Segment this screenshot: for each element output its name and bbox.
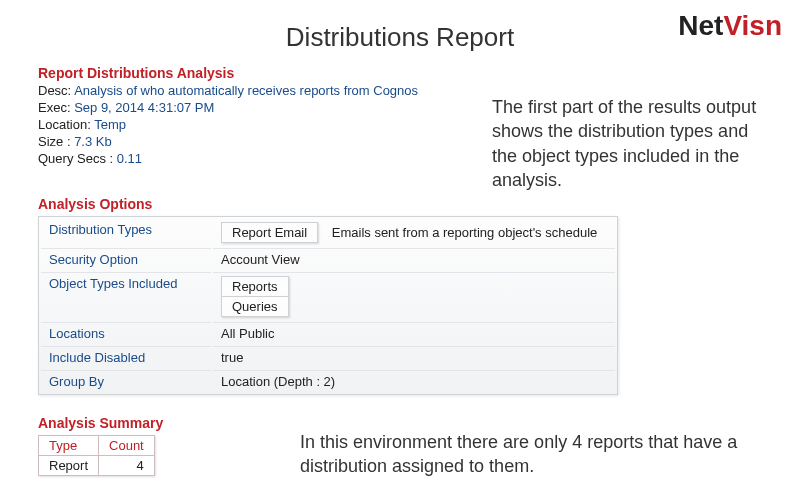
query-secs-value: 0.11 bbox=[117, 151, 142, 166]
summary-heading: Analysis Summary bbox=[38, 415, 163, 431]
summary-table: Type Count Report 4 bbox=[38, 435, 155, 476]
analysis-options-block: Analysis Options Distribution Types Repo… bbox=[38, 196, 638, 395]
desc-label: Desc: bbox=[38, 83, 71, 98]
object-type-pill-queries: Queries bbox=[221, 296, 289, 317]
options-heading: Analysis Options bbox=[38, 196, 638, 212]
security-option-value: Account View bbox=[213, 248, 615, 270]
analysis-summary-block: Analysis Summary Type Count Report 4 bbox=[38, 415, 163, 476]
location-label: Location: bbox=[38, 117, 91, 132]
summary-type-header: Type bbox=[39, 436, 99, 456]
commentary-text-1: The first part of the results output sho… bbox=[492, 95, 772, 192]
include-disabled-label: Include Disabled bbox=[41, 346, 211, 368]
option-row-distribution-types: Distribution Types Report Email Emails s… bbox=[41, 219, 615, 246]
desc-value: Analysis of who automatically receives r… bbox=[74, 83, 418, 98]
option-row-include-disabled: Include Disabled true bbox=[41, 346, 615, 368]
group-by-label: Group By bbox=[41, 370, 211, 392]
option-row-group-by: Group By Location (Depth : 2) bbox=[41, 370, 615, 392]
report-meta-block: Report Distributions Analysis Desc: Anal… bbox=[38, 65, 418, 168]
object-type-pill-reports: Reports bbox=[221, 276, 289, 296]
include-disabled-value: true bbox=[213, 346, 615, 368]
size-value: 7.3 Kb bbox=[74, 134, 112, 149]
meta-heading: Report Distributions Analysis bbox=[38, 65, 418, 81]
summary-row-count: 4 bbox=[99, 456, 155, 476]
option-row-object-types: Object Types Included Reports Queries bbox=[41, 272, 615, 320]
option-row-locations: Locations All Public bbox=[41, 322, 615, 344]
logo-text-visn: Visn bbox=[723, 10, 782, 41]
logo-text-net: Net bbox=[678, 10, 723, 41]
option-row-security: Security Option Account View bbox=[41, 248, 615, 270]
summary-row-type: Report bbox=[39, 456, 99, 476]
dist-types-pill: Report Email bbox=[221, 222, 318, 243]
query-secs-label: Query Secs : bbox=[38, 151, 113, 166]
dist-types-label: Distribution Types bbox=[41, 219, 211, 246]
locations-value: All Public bbox=[213, 322, 615, 344]
object-types-label: Object Types Included bbox=[41, 272, 211, 320]
location-value: Temp bbox=[94, 117, 126, 132]
options-table: Distribution Types Report Email Emails s… bbox=[38, 216, 618, 395]
exec-value: Sep 9, 2014 4:31:07 PM bbox=[74, 100, 214, 115]
commentary-text-2: In this environment there are only 4 rep… bbox=[300, 430, 770, 479]
group-by-value: Location (Depth : 2) bbox=[213, 370, 615, 392]
locations-label: Locations bbox=[41, 322, 211, 344]
security-option-label: Security Option bbox=[41, 248, 211, 270]
exec-label: Exec: bbox=[38, 100, 71, 115]
summary-row: Report 4 bbox=[39, 456, 155, 476]
logo: NetVisn bbox=[678, 10, 782, 42]
summary-count-header: Count bbox=[99, 436, 155, 456]
size-label: Size : bbox=[38, 134, 71, 149]
dist-types-desc: Emails sent from a reporting object's sc… bbox=[332, 225, 598, 240]
